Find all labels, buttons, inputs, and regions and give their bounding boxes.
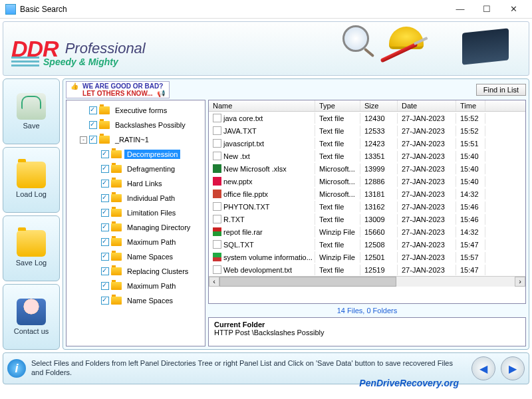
checkbox[interactable] [101,150,109,158]
file-date: 27-JAN-2023 [398,214,456,225]
tree-item[interactable]: Hard Links [68,176,203,191]
magnifier-icon [342,25,369,52]
h-scrollbar[interactable]: ‹ › [209,276,525,287]
checkbox[interactable] [101,194,109,202]
expand-icon[interactable]: - [80,136,87,144]
checkbox[interactable] [89,121,97,129]
file-name: Web devolopment.txt [223,266,292,274]
find-in-list-button[interactable]: Find in List [476,84,526,96]
minimize-button[interactable]: — [447,1,473,17]
tree-item[interactable]: Executive forms [68,103,203,118]
file-size: 12423 [360,138,398,149]
file-type: Microsoft... [315,176,360,187]
folder-icon [111,297,122,305]
checkbox[interactable] [101,267,109,275]
tree-item[interactable]: Maximum Path [68,235,203,249]
folder-tree[interactable]: Executive formsBackslashes Possibly-_RAT… [66,100,205,346]
checkbox[interactable] [101,223,109,231]
checkbox[interactable] [101,253,109,261]
file-row[interactable]: JAVA.TXTText file1253327-JAN-202315:52 [209,124,525,137]
file-icon [213,240,221,249]
file-size: 13181 [360,189,398,200]
col-time[interactable]: Time [456,100,485,111]
nav-next-button[interactable]: ▶ [501,356,525,380]
sidebar-save-button[interactable]: Save [3,78,60,144]
file-row[interactable]: Web devolopment.txtText file1251927-JAN-… [209,263,525,276]
window-title: Basic Search [20,5,447,14]
col-type[interactable]: Type [315,100,360,111]
file-size: 13351 [360,151,398,162]
scroll-left-icon[interactable]: ‹ [209,277,219,287]
folder-icon [111,267,122,275]
file-list-header[interactable]: Name Type Size Date Time [209,100,525,112]
checkbox[interactable] [101,238,109,246]
file-row[interactable]: New .txtText file1335127-JAN-202315:40 [209,150,525,162]
file-type: Text file [315,126,360,136]
file-name: R.TXT [223,215,245,223]
file-name: javascript.txt [223,140,264,148]
file-icon [213,152,221,160]
checkbox[interactable] [101,180,109,188]
file-row[interactable]: repot file.rarWinzip File1566027-JAN-202… [209,225,525,238]
checkbox[interactable] [89,136,97,144]
tree-item[interactable]: Individual Path [68,191,203,205]
file-row[interactable]: SQL.TXTText file1250827-JAN-202315:47 [209,238,525,251]
file-date: 27-JAN-2023 [398,201,456,212]
file-type: Text file [315,113,360,124]
file-time: 15:46 [456,201,485,212]
checkbox[interactable] [101,297,109,305]
tree-label: Maximum Path [124,281,178,291]
person-icon [17,299,46,325]
tree-label: Hard Links [124,179,165,188]
col-date[interactable]: Date [398,100,456,111]
current-folder-panel: Current Folder HTTP Post \Backslashes Po… [208,317,526,346]
tree-item[interactable]: Name Spaces [68,293,203,308]
col-name[interactable]: Name [209,100,315,111]
file-row[interactable]: PHYTON.TXTText file1316227-JAN-202315:46 [209,200,525,213]
tree-label: _RATIN~1 [112,135,152,144]
tree-item[interactable]: Managing Directory [68,220,203,235]
scroll-right-icon[interactable]: › [515,277,525,287]
sidebar-save-log-button[interactable]: Save Log [3,215,60,281]
close-button[interactable]: ✕ [500,1,527,17]
folder-icon [111,150,122,158]
file-row[interactable]: R.TXTText file1300927-JAN-202315:46 [209,213,525,225]
maximize-button[interactable]: ☐ [473,1,500,17]
checkbox[interactable] [89,106,97,114]
file-time: 15:40 [456,176,485,187]
sidebar-label: Save [23,122,39,130]
feedback-banner[interactable]: 👍 WE ARE GOOD OR BAD? LET OTHERS KNOW...… [66,81,170,98]
file-type: Text file [315,214,360,225]
nav-prev-button[interactable]: ◀ [471,356,495,380]
file-row[interactable]: New Microsoft .xlsxMicrosoft...1399927-J… [209,162,525,175]
tree-item[interactable]: Name Spaces [68,249,203,264]
sidebar-contact-us-button[interactable]: Contact us [3,284,60,350]
tree-item[interactable]: Decompression [68,147,203,162]
scroll-thumb[interactable] [219,277,396,287]
file-time: 15:46 [456,214,485,225]
col-size[interactable]: Size [360,100,398,111]
tree-item[interactable]: Maximum Path [68,279,203,293]
tree-item[interactable]: Backslashes Possibly [68,118,203,132]
tree-label: Name Spaces [124,252,176,261]
folder-icon [17,230,46,257]
file-row[interactable]: java core.txtText file1243027-JAN-202315… [209,112,525,124]
tree-item[interactable]: -_RATIN~1 [68,132,203,147]
checkbox[interactable] [101,165,109,173]
checkbox[interactable] [101,282,109,290]
tree-item[interactable]: Limitation Files [68,205,203,220]
tree-label: Decompression [124,150,180,159]
file-icon [213,114,221,122]
file-row[interactable]: new.pptxMicrosoft...1288627-JAN-202315:4… [209,175,525,188]
tree-item[interactable]: Replacing Clusters [68,264,203,279]
file-time: 15:47 [456,265,485,275]
file-list[interactable]: Name Type Size Date Time java core.txtTe… [208,100,526,304]
file-row[interactable]: javascript.txtText file1242327-JAN-20231… [209,137,525,150]
checkbox[interactable] [101,209,109,217]
tree-label: Limitation Files [124,208,178,217]
file-name: repot file.rar [223,228,263,236]
file-row[interactable]: office file.pptxMicrosoft...1318127-JAN-… [209,188,525,200]
file-row[interactable]: system volume informatio...Winzip File12… [209,251,525,263]
sidebar-load-log-button[interactable]: Load Log [3,147,60,213]
tree-item[interactable]: Defragmenting [68,162,203,176]
